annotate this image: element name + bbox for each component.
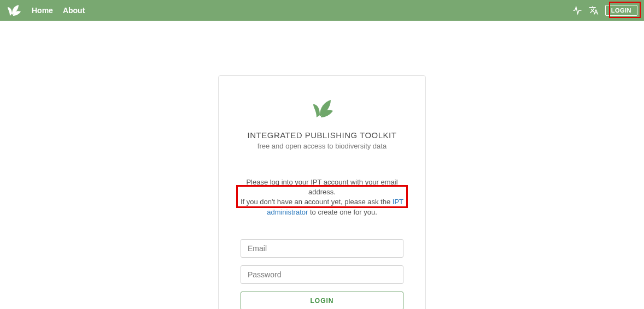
login-card: INTEGRATED PUBLISHING TOOLKIT free and o…: [218, 75, 426, 309]
nav-login-button[interactable]: LOGIN: [605, 5, 637, 16]
instruction-text-before: If you don't have an account yet, please…: [241, 198, 393, 206]
leaf-logo-icon: [7, 4, 22, 17]
translate-icon[interactable]: [589, 5, 599, 15]
instruction-line2: If you don't have an account yet, please…: [237, 197, 407, 217]
login-instructions: Please log into your IPT account with yo…: [234, 177, 410, 217]
navbar-right: LOGIN: [572, 5, 637, 16]
navbar-left: Home About: [7, 4, 85, 17]
nav-home[interactable]: Home: [32, 6, 53, 15]
instruction-line1: Please log into your IPT account with yo…: [237, 177, 407, 197]
nav-about[interactable]: About: [63, 6, 85, 15]
navbar: Home About LOGIN: [0, 0, 644, 21]
password-field-wrapper: [241, 265, 403, 284]
card-leaf-logo-icon: [234, 98, 410, 121]
login-submit-button[interactable]: LOGIN: [241, 292, 403, 309]
nav-links: Home About: [32, 6, 85, 15]
email-input[interactable]: [241, 239, 403, 258]
card-title: INTEGRATED PUBLISHING TOOLKIT: [234, 130, 410, 140]
email-field-wrapper: [241, 239, 403, 258]
instruction-text-after: to create one for you.: [308, 208, 377, 216]
health-icon[interactable]: [572, 5, 582, 15]
password-input[interactable]: [241, 265, 403, 284]
card-subtitle: free and open access to biodiversity dat…: [234, 142, 410, 150]
